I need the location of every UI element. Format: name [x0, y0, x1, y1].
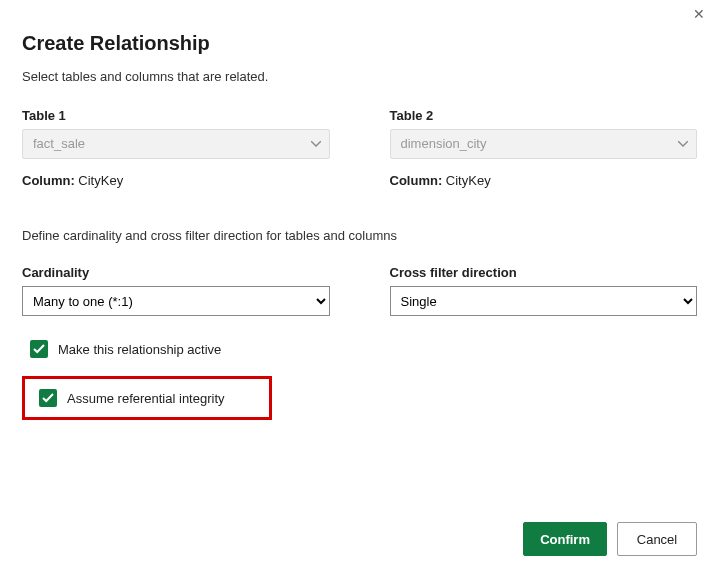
dialog-subtitle: Select tables and columns that are relat…: [22, 69, 697, 84]
integrity-checkbox-row[interactable]: Assume referential integrity: [22, 376, 272, 420]
close-icon[interactable]: ✕: [693, 6, 705, 22]
chevron-down-icon: [678, 141, 688, 147]
cardinality-select[interactable]: Many to one (*:1): [22, 286, 330, 316]
table1-column: Table 1 fact_sale Column: CityKey: [22, 108, 330, 188]
table1-label: Table 1: [22, 108, 330, 123]
table1-select[interactable]: fact_sale: [22, 129, 330, 159]
chevron-down-icon: [311, 141, 321, 147]
active-checkbox-label: Make this relationship active: [58, 342, 221, 357]
table2-label: Table 2: [390, 108, 698, 123]
cardinality-helper: Define cardinality and cross filter dire…: [22, 228, 697, 243]
table2-column-label: Column:: [390, 173, 443, 188]
table2-select-value: dimension_city: [401, 136, 487, 151]
crossfilter-select[interactable]: Single: [390, 286, 698, 316]
cardinality-column: Cardinality Many to one (*:1): [22, 265, 330, 316]
table1-select-value: fact_sale: [33, 136, 85, 151]
table1-column-meta: Column: CityKey: [22, 173, 330, 188]
cancel-button[interactable]: Cancel: [617, 522, 697, 556]
tables-row: Table 1 fact_sale Column: CityKey Table …: [22, 108, 697, 188]
create-relationship-dialog: ✕ Create Relationship Select tables and …: [0, 0, 719, 442]
table2-column: Table 2 dimension_city Column: CityKey: [390, 108, 698, 188]
integrity-checkbox-label: Assume referential integrity: [67, 391, 225, 406]
table1-column-value: CityKey: [78, 173, 123, 188]
dialog-title: Create Relationship: [22, 32, 697, 55]
table2-column-meta: Column: CityKey: [390, 173, 698, 188]
table2-select[interactable]: dimension_city: [390, 129, 698, 159]
table1-column-label: Column:: [22, 173, 75, 188]
cardinality-row: Cardinality Many to one (*:1) Cross filt…: [22, 265, 697, 316]
cardinality-label: Cardinality: [22, 265, 330, 280]
confirm-button[interactable]: Confirm: [523, 522, 607, 556]
crossfilter-label: Cross filter direction: [390, 265, 698, 280]
checkbox-checked-icon: [30, 340, 48, 358]
table2-column-value: CityKey: [446, 173, 491, 188]
active-checkbox-row[interactable]: Make this relationship active: [22, 340, 697, 358]
dialog-footer: Confirm Cancel: [523, 522, 697, 556]
crossfilter-column: Cross filter direction Single: [390, 265, 698, 316]
checkbox-checked-icon: [39, 389, 57, 407]
